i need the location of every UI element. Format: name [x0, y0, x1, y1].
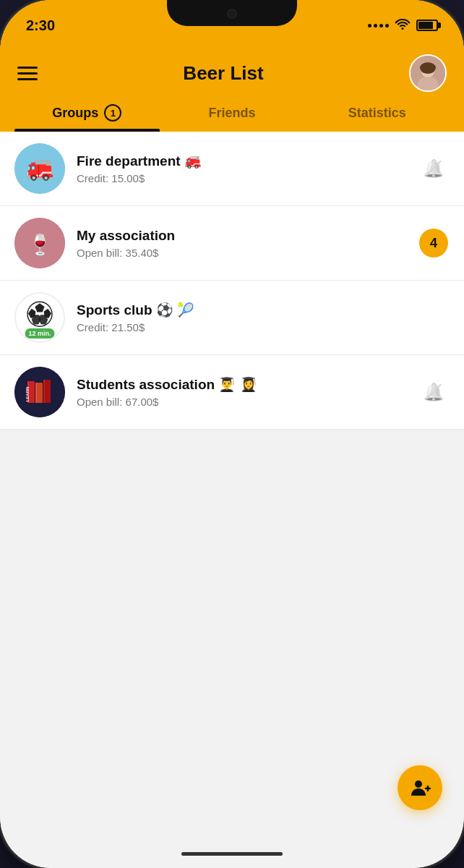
list-item[interactable]: 🍷 My association Open bill: 35.40$ 4 — [0, 206, 464, 281]
notification-count: 4 — [419, 229, 448, 258]
tab-statistics[interactable]: Statistics — [304, 95, 450, 132]
muted-bell-icon: 🔔 — [423, 158, 444, 179]
group-info: Students association 👨‍🎓 👩‍🎓 Open bill: … — [65, 376, 418, 408]
status-icons — [368, 18, 438, 33]
header: Beer List — [0, 43, 464, 95]
notch — [167, 0, 297, 26]
home-indicator — [0, 839, 464, 868]
phone-frame: 2:30 — [0, 0, 464, 868]
tab-groups[interactable]: Groups 1 — [14, 95, 160, 132]
svg-text:LEARN: LEARN — [25, 387, 30, 402]
group-avatar: 12 min. — [14, 292, 65, 343]
list-item[interactable]: 🚒 Fire department 🚒 Credit: 15.00$ 🔔 — [0, 132, 464, 206]
list-item[interactable]: LEARN Students association 👨‍🎓 👩‍🎓 Open … — [0, 355, 464, 430]
group-subtitle: Credit: 21.50$ — [77, 321, 406, 333]
user-avatar[interactable] — [409, 54, 447, 92]
list-item[interactable]: 12 min. Sports club ⚽ 🎾 Credit: 21.50$ — [0, 281, 464, 355]
group-avatar: 🍷 — [14, 218, 65, 268]
muted-bell-icon: 🔔 — [423, 382, 444, 402]
svg-point-4 — [421, 67, 434, 74]
svg-point-25 — [415, 780, 422, 788]
group-action: 4 — [418, 229, 450, 258]
group-name: My association — [77, 228, 406, 244]
status-time: 2:30 — [26, 17, 55, 34]
battery-icon — [416, 20, 438, 31]
svg-rect-22 — [35, 383, 37, 403]
group-avatar: LEARN — [14, 367, 65, 417]
menu-button[interactable] — [17, 67, 38, 80]
group-subtitle: Credit: 15.00$ — [77, 172, 406, 184]
group-name: Students association 👨‍🎓 👩‍🎓 — [77, 376, 406, 393]
front-camera — [227, 9, 237, 19]
group-name: Fire department 🚒 — [77, 153, 406, 169]
group-action: 🔔 — [418, 382, 450, 402]
page-title: Beer List — [183, 62, 263, 85]
screen: 2:30 — [0, 0, 464, 868]
wifi-icon — [395, 18, 411, 33]
group-subtitle: Open bill: 35.40$ — [77, 247, 406, 259]
avatar-image — [411, 56, 445, 90]
groups-badge: 1 — [104, 104, 121, 122]
group-avatar: 🚒 — [14, 143, 65, 194]
svg-text:🚒: 🚒 — [25, 154, 54, 182]
svg-text:🍷: 🍷 — [27, 233, 53, 257]
group-action: 🔔 — [418, 158, 450, 179]
content-area: 🚒 Fire department 🚒 Credit: 15.00$ 🔔 🍷 — [0, 132, 464, 839]
group-subtitle: Open bill: 67.00$ — [77, 396, 406, 408]
group-info: My association Open bill: 35.40$ — [65, 228, 418, 259]
add-group-button[interactable] — [398, 765, 442, 810]
signal-icon — [368, 24, 389, 27]
time-badge: 12 min. — [25, 328, 54, 339]
svg-rect-23 — [43, 380, 45, 403]
tab-friends[interactable]: Friends — [160, 95, 305, 132]
home-bar — [181, 852, 283, 856]
group-info: Fire department 🚒 Credit: 15.00$ — [65, 153, 418, 184]
tab-bar: Groups 1 Friends Statistics — [0, 95, 464, 132]
group-info: Sports club ⚽ 🎾 Credit: 21.50$ — [65, 302, 418, 333]
group-name: Sports club ⚽ 🎾 — [77, 302, 406, 318]
